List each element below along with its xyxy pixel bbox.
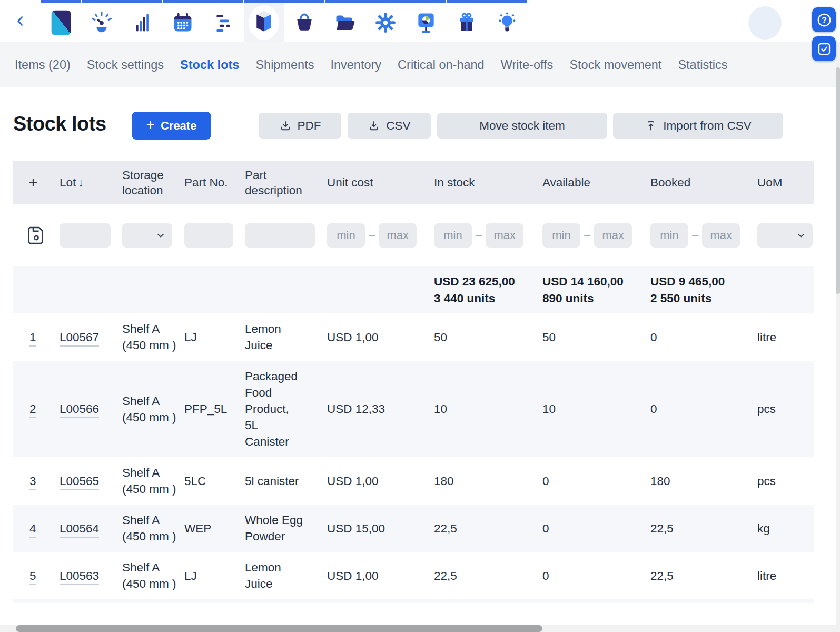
col-header-part-no[interactable]: Part No.: [184, 175, 245, 190]
stock-lots-table: + Lot↓ Storage location Part No. Part de…: [13, 161, 814, 603]
col-header-available[interactable]: Available: [542, 175, 650, 190]
back-button[interactable]: [0, 0, 41, 42]
app-tab-presentation[interactable]: [406, 0, 446, 42]
row-number-link[interactable]: 1: [29, 331, 36, 347]
app-tab-tasks[interactable]: [203, 0, 243, 42]
app-tab-bulb[interactable]: [487, 0, 527, 42]
filter-booked-min-input[interactable]: [650, 223, 688, 248]
app-tab-gift[interactable]: [447, 0, 487, 42]
app-tab-folder[interactable]: [325, 0, 365, 42]
summary-available: USD 14 160,00 890 units: [542, 273, 650, 307]
col-header-in-stock[interactable]: In stock: [434, 175, 542, 190]
horizontal-scrollbar-thumb[interactable]: [16, 625, 542, 632]
cell-unit-cost: USD 1,00: [327, 568, 434, 584]
filter-unit-cost-max-input[interactable]: [379, 223, 417, 248]
tab-stock-lots[interactable]: Stock lots: [180, 58, 239, 72]
cell-uom: kg: [757, 520, 814, 537]
csv-export-button[interactable]: CSV: [348, 113, 431, 139]
cell-storage-location: Shelf A (450 mm ): [122, 559, 184, 592]
lot-link[interactable]: L00564: [60, 522, 99, 538]
col-header-booked[interactable]: Booked: [650, 175, 757, 190]
app-tab-calendar[interactable]: [163, 0, 203, 42]
add-column-button[interactable]: +: [13, 175, 60, 190]
lot-link[interactable]: L00563: [60, 569, 99, 585]
filter-storage-select[interactable]: [122, 223, 172, 248]
filter-available-min-input[interactable]: [542, 223, 580, 248]
tasks-checklist-button[interactable]: [812, 36, 836, 61]
lot-link[interactable]: L00565: [60, 475, 99, 490]
pdf-export-button[interactable]: PDF: [259, 113, 341, 139]
tab-stock-settings[interactable]: Stock settings: [87, 58, 164, 72]
row-number-link[interactable]: 2: [29, 402, 36, 418]
cell-booked: 180: [650, 473, 757, 489]
table-header-row: + Lot↓ Storage location Part No. Part de…: [13, 161, 814, 204]
col-header-unit-cost[interactable]: Unit cost: [327, 175, 434, 190]
create-button[interactable]: + Create: [132, 112, 211, 140]
table-row: 4 L00564 Shelf A (450 mm ) WEP Whole Egg…: [13, 505, 814, 552]
tab-items[interactable]: Items (20): [15, 58, 71, 72]
cell-available: 0: [542, 520, 650, 537]
cell-booked: 0: [650, 401, 757, 417]
app-tab-gear[interactable]: [365, 0, 406, 42]
cell-storage-location: Shelf A (450 mm ): [122, 465, 184, 497]
filter-booked-max-input[interactable]: [702, 223, 740, 248]
cell-part-description: 5l canister: [245, 473, 327, 489]
filter-part-no-input[interactable]: [184, 223, 233, 248]
tab-shipments[interactable]: Shipments: [255, 58, 314, 72]
tab-inventory[interactable]: Inventory: [330, 58, 381, 72]
cell-available: 0: [542, 473, 650, 489]
lot-link[interactable]: L00566: [60, 402, 99, 418]
tab-write-offs[interactable]: Write-offs: [501, 58, 554, 72]
tab-stock-movement[interactable]: Stock movement: [569, 58, 661, 72]
cell-part-no: WEP: [184, 520, 245, 537]
app-tab-bar-chart[interactable]: [122, 0, 162, 42]
help-button[interactable]: ?: [812, 7, 836, 32]
cell-storage-location: Shelf A (450 mm ): [122, 393, 184, 426]
filter-in-stock-max-input[interactable]: [486, 223, 523, 248]
download-icon: [279, 120, 292, 132]
col-header-lot[interactable]: Lot↓: [60, 175, 122, 190]
app-tab-gauge[interactable]: [82, 0, 122, 42]
filter-part-desc-input[interactable]: [245, 223, 315, 248]
cell-in-stock: 22,5: [434, 520, 542, 537]
lot-link[interactable]: L00567: [60, 331, 99, 347]
col-header-part-description[interactable]: Part description: [245, 167, 327, 198]
vertical-scrollbar-thumb[interactable]: [836, 67, 840, 294]
vertical-scrollbar[interactable]: [836, 42, 840, 632]
presentation-icon: [414, 11, 438, 35]
table-filter-row: – – – –: [13, 204, 814, 266]
cell-uom: litre: [757, 568, 814, 584]
filter-lot-input[interactable]: [60, 223, 111, 248]
cell-part-description: Packaged Food Product, 5L Canister: [245, 368, 327, 450]
range-dash: –: [476, 229, 482, 242]
horizontal-scrollbar[interactable]: [0, 625, 840, 632]
row-number-link[interactable]: 4: [29, 522, 36, 538]
summary-available-units: 890 units: [542, 290, 650, 307]
avatar[interactable]: [748, 6, 782, 39]
checkbox-icon: [816, 41, 832, 57]
app-tab-basket[interactable]: [284, 0, 324, 42]
summary-booked-units: 2 550 units: [650, 290, 757, 307]
app-tab-stock-book[interactable]: [244, 0, 284, 42]
filter-available-max-input[interactable]: [594, 223, 632, 248]
row-number-link[interactable]: 5: [29, 569, 36, 585]
cell-storage-location: Shelf A (450 mm ): [122, 512, 184, 545]
filter-in-stock-min-input[interactable]: [434, 223, 472, 248]
filter-unit-cost-min-input[interactable]: [327, 223, 365, 248]
cell-part-description: Lemon Juice: [245, 559, 327, 592]
col-header-storage-location[interactable]: Storage location: [122, 167, 184, 198]
row-number-link[interactable]: 3: [29, 475, 36, 490]
app-tab-notebook[interactable]: [41, 0, 81, 42]
cell-part-no: LJ: [184, 568, 245, 584]
save-filter-icon[interactable]: [27, 224, 46, 246]
filter-uom-select[interactable]: [757, 223, 813, 248]
question-icon: ?: [816, 12, 832, 28]
move-stock-item-button[interactable]: Move stock item: [437, 113, 607, 139]
col-header-uom[interactable]: UoM: [757, 175, 814, 190]
chevron-down-icon: [796, 230, 806, 241]
gear-icon: [374, 11, 397, 34]
tab-statistics[interactable]: Statistics: [678, 58, 727, 72]
import-from-csv-button[interactable]: Import from CSV: [613, 113, 783, 139]
tab-critical-on-hand[interactable]: Critical on-hand: [398, 58, 485, 72]
app-icon-tabs: [41, 0, 528, 42]
